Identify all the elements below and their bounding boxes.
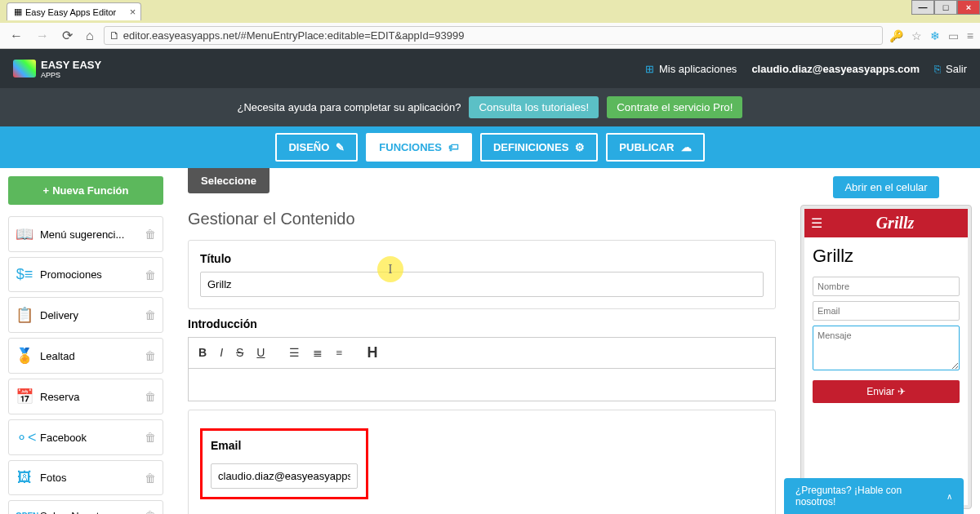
ext-icon[interactable]: ❄ <box>930 29 940 42</box>
tab-definitions[interactable]: DEFINICIONES ⚙ <box>480 133 598 162</box>
underline-button[interactable]: U <box>252 344 270 361</box>
forward-button[interactable]: → <box>33 27 52 45</box>
share-icon: ⚬< <box>16 428 33 446</box>
key-icon[interactable]: 🔑 <box>889 29 903 42</box>
logo-text-1: EASY EASY <box>41 59 101 71</box>
title-input[interactable] <box>200 272 764 297</box>
logout-link[interactable]: ⎘ Salir <box>934 63 967 75</box>
window-minimize[interactable]: — <box>911 0 934 15</box>
open-icon: OPEN <box>16 512 33 515</box>
back-button[interactable]: ← <box>7 27 26 45</box>
phone-heading: Grillz <box>813 246 960 267</box>
phone-send-button[interactable]: Enviar ✈ <box>813 380 960 403</box>
home-button[interactable]: ⌂ <box>82 27 97 45</box>
new-function-button[interactable]: + Nueva Función <box>8 176 163 205</box>
sidebar-item-label: Lealtad <box>40 350 138 362</box>
logo-icon <box>13 60 36 78</box>
sidebar-item-menu[interactable]: 📖Menú sugerenci...🗑 <box>8 216 163 252</box>
chat-text: ¿Preguntas? ¡Hable con nosotros! <box>795 485 930 507</box>
window-maximize[interactable]: □ <box>934 0 957 15</box>
tab-design-label: DISEÑO <box>288 141 329 153</box>
phone-name-input[interactable] <box>813 277 960 296</box>
tab-publish[interactable]: PUBLICAR ☁ <box>606 133 704 162</box>
sidebar-item-reserve[interactable]: 📅Reserva🗑 <box>8 379 163 414</box>
sidebar-item-delivery[interactable]: 📋Delivery🗑 <box>8 297 163 333</box>
menu-icon[interactable]: ≡ <box>967 29 973 42</box>
send-icon: ✈ <box>898 386 906 397</box>
chat-widget[interactable]: ¿Preguntas? ¡Hable con nosotros! ∧ <box>784 478 964 514</box>
calendar-icon: 📅 <box>16 388 33 405</box>
ext2-icon[interactable]: ▭ <box>948 29 959 42</box>
tag-icon: 🏷 <box>448 141 459 153</box>
my-apps-label: Mis aplicaciones <box>659 63 737 75</box>
italic-button[interactable]: I <box>215 344 228 361</box>
title-label: Título <box>200 252 764 265</box>
email-label: Email <box>211 439 358 452</box>
tab-title: Easy Easy Apps Editor <box>25 7 116 17</box>
trash-icon[interactable]: 🗑 <box>145 349 156 362</box>
tab-close-icon[interactable]: × <box>130 6 136 18</box>
email-input[interactable] <box>211 463 358 489</box>
sidebar-item-photos[interactable]: 🖼Fotos🗑 <box>8 460 163 495</box>
trash-icon[interactable]: 🗑 <box>145 228 156 241</box>
bold-button[interactable]: B <box>194 344 212 361</box>
phone-send-label: Enviar <box>866 386 894 397</box>
tab-functions-label: FUNCIONES <box>379 141 442 153</box>
sidebar-item-facebook[interactable]: ⚬<Facebook🗑 <box>8 419 163 455</box>
logout-label: Salir <box>946 63 967 75</box>
intro-editor[interactable] <box>188 369 776 401</box>
open-mobile-button[interactable]: Abrir en el celular <box>833 176 938 198</box>
email-highlight-box: Email <box>200 428 368 499</box>
pro-service-button[interactable]: Contrate el servicio Pro! <box>607 96 742 118</box>
sidebar-item-label: Facebook <box>40 432 138 444</box>
heading-button[interactable]: H <box>362 343 382 363</box>
reload-button[interactable]: ⟳ <box>59 26 76 45</box>
align-button[interactable]: ≡ <box>331 345 347 361</box>
phone-app-name: Grillz <box>829 214 961 233</box>
sidebar-item-label: Fotos <box>40 472 138 484</box>
sidebar-item-promos[interactable]: $≡Promociones🗑 <box>8 257 163 292</box>
ul-button[interactable]: ☰ <box>284 344 305 361</box>
trash-icon[interactable]: 🗑 <box>145 472 156 485</box>
trash-icon[interactable]: 🗑 <box>145 431 156 444</box>
intro-label: Introducción <box>188 317 776 330</box>
url-text: editor.easyeasyapps.net/#MenuEntryPlace:… <box>123 29 465 42</box>
select-tab[interactable]: Seleccione <box>188 168 270 193</box>
strike-button[interactable]: S <box>231 344 248 361</box>
tutorials-button[interactable]: Consulta los tutoriales! <box>469 96 599 118</box>
brush-icon: ✎ <box>336 141 345 153</box>
plus-icon: + <box>43 184 50 197</box>
tab-functions[interactable]: FUNCIONES 🏷 <box>366 133 472 162</box>
sidebar-item-loyalty[interactable]: 🏅Lealtad🗑 <box>8 338 163 374</box>
address-bar[interactable]: 🗋 editor.easyeasyapps.net/#MenuEntryPlac… <box>104 26 883 45</box>
page-icon: 🗋 <box>109 29 120 42</box>
sidebar-item-label: Promociones <box>40 268 138 281</box>
cloud-icon: ☁ <box>681 141 692 153</box>
sidebar-item-label: Menú sugerenci... <box>40 228 138 241</box>
tab-definitions-label: DEFINICIONES <box>493 141 568 153</box>
phone-email-input[interactable] <box>813 301 960 321</box>
star-icon[interactable]: ☆ <box>911 29 922 42</box>
tab-design[interactable]: DISEÑO ✎ <box>275 133 358 162</box>
app-logo[interactable]: EASY EASY APPS <box>13 59 101 79</box>
trash-icon[interactable]: 🗑 <box>145 308 156 321</box>
logout-icon: ⎘ <box>934 63 941 75</box>
phone-message-input[interactable] <box>813 326 960 370</box>
window-close[interactable]: × <box>957 0 980 15</box>
trash-icon[interactable]: 🗑 <box>145 509 156 514</box>
sidebar-item-about[interactable]: OPENSobre Nosotros🗑 <box>8 500 163 514</box>
user-email[interactable]: claudio.diaz@easyeasyapps.com <box>751 63 920 75</box>
dollar-icon: $≡ <box>16 266 33 283</box>
cursor-highlight: I <box>377 256 403 282</box>
browser-tab[interactable]: ▦ Easy Easy Apps Editor × <box>7 2 141 20</box>
editor-toolbar: B I S U ☰ ≣ ≡ H <box>188 337 776 369</box>
gear-icon: ⚙ <box>575 141 585 153</box>
my-apps-link[interactable]: ⊞ Mis aplicaciones <box>645 63 737 75</box>
logo-text-2: APPS <box>41 71 101 79</box>
trash-icon[interactable]: 🗑 <box>145 268 156 281</box>
sidebar-item-label: Sobre Nosotros <box>40 510 138 515</box>
trash-icon[interactable]: 🗑 <box>145 390 156 403</box>
hamburger-icon[interactable]: ☰ <box>811 215 822 231</box>
ol-button[interactable]: ≣ <box>308 344 327 361</box>
new-function-label: Nueva Función <box>52 184 128 197</box>
